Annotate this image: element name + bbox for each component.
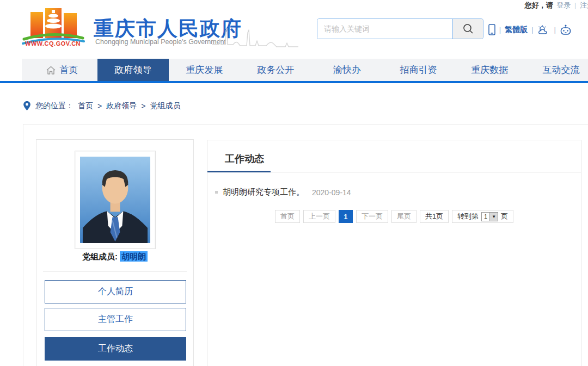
- page-number-current[interactable]: 1: [339, 210, 353, 223]
- breadcrumb-separator: >: [141, 102, 145, 110]
- responsibilities-button[interactable]: 主管工作: [45, 308, 186, 331]
- home-icon: [46, 65, 56, 75]
- site-url-text: WWW.CQ.GOV.CN: [25, 40, 81, 47]
- nav-label: 政府领导: [115, 64, 152, 76]
- location-pin-icon: [23, 101, 31, 111]
- nav-label: 重庆数据: [471, 64, 509, 76]
- nav-label: 重庆发展: [186, 64, 223, 76]
- pagination: 首页 上一页 1 下一页 尾页 共1页 转到第 1 ▼ 页: [207, 210, 581, 223]
- tool-divider: |: [531, 26, 533, 34]
- page-first-button[interactable]: 首页: [275, 210, 300, 223]
- nav-item-government-affairs[interactable]: 政务公开: [240, 59, 311, 81]
- nav-label: 渝快办: [333, 64, 361, 76]
- page-next-button[interactable]: 下一页: [356, 210, 388, 223]
- skyline-art: [211, 20, 304, 49]
- page: 您好，请 登录 | 注册 WWW.CQ.GOV.CN: [0, 0, 588, 366]
- breadcrumb-current[interactable]: 党组成员: [150, 101, 180, 111]
- bullet-icon: [215, 191, 218, 194]
- main-nav: 首页 政府领导 重庆发展 政务公开 渝快办 招商引资 重庆数据 互动交流: [26, 59, 588, 81]
- work-updates-panel: 工作动态 胡明朗研究专项工作。 2020-09-14 首页 上一页 1 下一页 …: [207, 140, 581, 366]
- page-select[interactable]: 1 ▼: [481, 212, 498, 221]
- page-select-value: 1: [482, 213, 489, 221]
- title-rule-accent: [207, 171, 271, 172]
- page-last-button[interactable]: 尾页: [391, 210, 416, 223]
- goto-prefix: 转到第: [457, 212, 479, 221]
- sidebar-divider: [43, 271, 187, 272]
- nav-item-government-leaders[interactable]: 政府领导: [97, 59, 169, 81]
- resume-button[interactable]: 个人简历: [45, 280, 186, 303]
- traditional-version-link[interactable]: 繁體版: [505, 25, 528, 35]
- search-input[interactable]: [317, 19, 452, 39]
- role-label: 党组成员:: [82, 252, 118, 261]
- news-item: 胡明朗研究专项工作。 2020-09-14: [215, 187, 351, 197]
- nav-label: 互动交流: [543, 64, 580, 76]
- nav-label: 招商引资: [400, 64, 437, 76]
- page-total-label: 共1页: [420, 210, 449, 223]
- nav-label: 首页: [60, 64, 78, 76]
- leader-photo: [75, 151, 156, 249]
- nav-item-yukuaiban[interactable]: 渝快办: [311, 59, 383, 81]
- search-icon: [462, 23, 474, 35]
- nav-item-chongqing-development[interactable]: 重庆发展: [169, 59, 240, 81]
- mobile-version-icon[interactable]: [488, 24, 495, 35]
- nav-item-interaction[interactable]: 互动交流: [525, 59, 588, 81]
- nav-item-investment[interactable]: 招商引资: [383, 59, 454, 81]
- tool-divider: |: [499, 26, 501, 34]
- breadcrumb-home[interactable]: 首页: [78, 101, 93, 111]
- weather-icon[interactable]: [537, 24, 550, 35]
- nav-item-chongqing-data[interactable]: 重庆数据: [454, 59, 525, 81]
- search-box: [317, 18, 483, 39]
- leader-sidebar: 党组成员: 胡明朗 个人简历 主管工作 工作动态: [36, 139, 194, 366]
- breadcrumb-separator: >: [97, 102, 102, 110]
- header-tools: | 繁體版 | |: [488, 24, 572, 35]
- site-subtitle: Chongqing Municipal People's Government: [95, 38, 226, 46]
- robot-assistant-icon[interactable]: [560, 24, 572, 35]
- leader-portrait: [80, 156, 150, 244]
- breadcrumb-section[interactable]: 政府领导: [106, 101, 137, 111]
- breadcrumb: 您的位置： 首页 > 政府领导 > 党组成员: [23, 101, 180, 111]
- news-link[interactable]: 胡明朗研究专项工作。: [223, 187, 304, 197]
- leader-role-line: 党组成员: 胡明朗: [36, 252, 193, 262]
- page-prev-button[interactable]: 上一页: [303, 210, 335, 223]
- chevron-down-icon: ▼: [489, 213, 498, 221]
- nav-accent-line: [0, 81, 588, 83]
- news-date: 2020-09-14: [312, 188, 351, 197]
- site-header: WWW.CQ.GOV.CN 重庆市人民政府 Chongqing Municipa…: [0, 4, 588, 59]
- nav-label: 政务公开: [258, 64, 295, 76]
- leader-name[interactable]: 胡明朗: [120, 251, 148, 262]
- breadcrumb-prefix: 您的位置：: [35, 101, 74, 111]
- nav-item-home[interactable]: 首页: [26, 59, 97, 81]
- search-button[interactable]: [452, 19, 483, 39]
- tool-divider: |: [554, 26, 556, 34]
- page-goto-box: 转到第 1 ▼ 页: [452, 210, 513, 223]
- goto-suffix: 页: [501, 212, 508, 221]
- panel-title: 工作动态: [225, 152, 264, 165]
- work-updates-button[interactable]: 工作动态: [45, 337, 186, 361]
